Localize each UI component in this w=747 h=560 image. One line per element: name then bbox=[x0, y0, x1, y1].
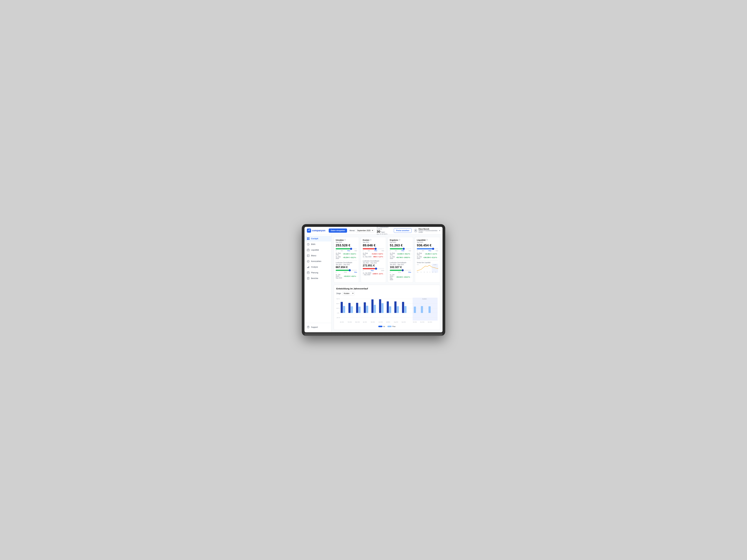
svg-rect-51 bbox=[371, 299, 374, 313]
svg-rect-44 bbox=[343, 306, 345, 313]
svg-text:250 T€: 250 T€ bbox=[336, 308, 340, 309]
svg-rect-7 bbox=[308, 239, 309, 240]
svg-rect-48 bbox=[358, 306, 361, 313]
umsaetze-ytd-value: 667.654 € bbox=[336, 266, 357, 269]
svg-rect-63 bbox=[429, 306, 431, 313]
header: companyon Daten einspielen Monat: Septem… bbox=[305, 227, 442, 235]
svg-rect-12 bbox=[307, 267, 308, 268]
liquiditaet-icon bbox=[307, 249, 310, 251]
svg-text:Sep: Sep bbox=[432, 272, 433, 272]
svg-rect-14 bbox=[309, 266, 309, 268]
daten-einspielen-button[interactable]: Daten einspielen bbox=[329, 229, 347, 233]
kpi-card-umsaetze: Umsätze ⓘ Sep 2021 253.528 € 0MinPlanMax bbox=[334, 237, 359, 283]
kosten-vs-aug: vs. Aug 2021 +5.016 € +5,9 % ↑ bbox=[363, 252, 384, 256]
bilanz-label: Bilanz bbox=[311, 255, 316, 257]
entwicklung-title: Entwicklung im Jahresverlauf bbox=[336, 287, 438, 290]
umsaetze-bar bbox=[336, 248, 357, 249]
svg-rect-61 bbox=[414, 306, 416, 313]
svg-rect-45 bbox=[349, 303, 351, 313]
kosten-title: Kosten ⓘ bbox=[363, 239, 384, 241]
svg-rect-4 bbox=[307, 237, 308, 239]
monat-select[interactable]: September 2020 bbox=[356, 229, 374, 232]
app-name: companyon bbox=[312, 229, 326, 232]
liquiditaet-label: Liquidität bbox=[311, 249, 319, 251]
laptop-base bbox=[305, 332, 442, 336]
umsaetze-info-icon[interactable]: ⓘ bbox=[344, 239, 346, 241]
sidebar-item-analyse[interactable]: Analyse bbox=[305, 264, 331, 270]
svg-text:Mär: Mär bbox=[424, 272, 425, 272]
svg-rect-9 bbox=[307, 249, 309, 251]
kpi-card-ergebnis: Ergebnis ⓘ Sep 2021 51.263 € 0MinPlanMax bbox=[388, 237, 413, 283]
svg-point-18 bbox=[308, 327, 308, 328]
ergebnis-title: Ergebnis ⓘ bbox=[390, 239, 411, 241]
sidebar-item-bilanz[interactable]: Bilanz bbox=[305, 253, 331, 259]
svg-text:750 T€: 750 T€ bbox=[336, 298, 340, 299]
umsaetze-bar-labels: 0MinPlanMax bbox=[336, 250, 357, 251]
sidebar-item-cockpit[interactable]: Cockpit bbox=[305, 236, 331, 241]
kosten-vs-sep: vs. Sep 2020 +865 € +1,0 % ↑ bbox=[363, 256, 384, 258]
chart-area: Ausblick 750 T€ 500 T€ 250 T€ 0 T€ bbox=[336, 298, 438, 324]
kosten-ytd-bar bbox=[363, 268, 384, 269]
support-icon bbox=[307, 326, 310, 328]
ergebnis-ytd-bar-labels: 02020Plan bbox=[390, 271, 411, 273]
svg-rect-10 bbox=[307, 255, 309, 257]
ergebnis-info-icon[interactable]: ⓘ bbox=[399, 239, 400, 241]
ergebnis-ytd-label: Laufendes Geschäftsjahr bbox=[390, 262, 411, 263]
entwicklung-card: Entwicklung im Jahresverlauf Zeige: Kost… bbox=[334, 285, 440, 330]
liquiditaet-bar bbox=[417, 248, 438, 249]
trial-tagen: Tagen bbox=[381, 231, 385, 233]
svg-text:0 T€: 0 T€ bbox=[337, 313, 339, 314]
sidebar-bottom: Support bbox=[305, 323, 331, 331]
user-info: Klaus Bassek Wagner Produktionsbetriebe … bbox=[419, 228, 438, 233]
umsaetze-ytd-period: Jan 2021 – Sep 2021 bbox=[336, 264, 357, 265]
liquiditaet-title: Liquidität ⓘ bbox=[417, 239, 438, 241]
user-company: Wagner Produktionsbetriebe GmbH bbox=[419, 230, 438, 233]
laptop-screen: companyon Daten einspielen Monat: Septem… bbox=[305, 227, 442, 332]
chevron-down-icon: ▾ bbox=[439, 230, 440, 232]
legend-plan-dot bbox=[387, 326, 392, 327]
svg-text:Mai: Mai bbox=[427, 272, 428, 272]
svg-rect-13 bbox=[308, 267, 308, 268]
svg-rect-57 bbox=[394, 301, 396, 313]
kosten-info-icon[interactable]: ⓘ bbox=[370, 239, 371, 241]
svg-text:Jul: Jul bbox=[429, 272, 430, 272]
svg-text:Jan 2021: Jan 2021 bbox=[340, 321, 344, 322]
preise-ansehen-button[interactable]: Preise ansehen bbox=[394, 228, 411, 233]
svg-rect-50 bbox=[366, 306, 368, 313]
ergebnis-vs-sep: vs. Sep 2020 +30.749 € +149,9 % ↑ bbox=[390, 256, 411, 259]
svg-text:März 2021: März 2021 bbox=[355, 321, 360, 322]
svg-rect-56 bbox=[389, 306, 391, 313]
planung-label: Planung bbox=[311, 271, 318, 274]
sidebar-item-support[interactable]: Support bbox=[305, 324, 331, 330]
sidebar-item-bwa[interactable]: BWA bbox=[305, 241, 331, 247]
liquiditaet-info-icon[interactable]: ⓘ bbox=[426, 239, 428, 241]
sidebar-item-kennzahlen[interactable]: Kennzahlen bbox=[305, 259, 331, 264]
logo-icon bbox=[307, 229, 311, 233]
user-name: Klaus Bassek bbox=[419, 228, 438, 230]
bwa-icon bbox=[307, 243, 310, 246]
sidebar-item-liquiditaet[interactable]: Liquidität bbox=[305, 247, 331, 253]
svg-point-1 bbox=[308, 230, 308, 231]
svg-text:Sep 2021: Sep 2021 bbox=[402, 321, 406, 323]
svg-text:Jan: Jan bbox=[420, 272, 421, 272]
user-menu[interactable]: Klaus Bassek Wagner Produktionsbetriebe … bbox=[414, 228, 440, 233]
sidebar-item-planung[interactable]: Planung bbox=[305, 270, 331, 275]
kpi-card-kosten: Kosten ⓘ Sep 2021 89.646 € 0MinPlanMax bbox=[361, 237, 386, 283]
ausblick-label: Ausblick bbox=[422, 298, 427, 299]
trial-label1: Ihr Probezeitraum endet in bbox=[377, 227, 391, 230]
svg-rect-46 bbox=[351, 306, 353, 313]
kpi-row: Umsätze ⓘ Sep 2021 253.528 € 0MinPlanMax bbox=[334, 237, 440, 283]
svg-rect-52 bbox=[374, 305, 376, 313]
ergebnis-value: 51.263 € bbox=[390, 243, 411, 247]
zeige-label: Zeige: bbox=[336, 292, 341, 294]
zeige-select[interactable]: Kosten Umsätze Ergebnis bbox=[342, 292, 355, 295]
sidebar-item-berichte[interactable]: Berichte bbox=[305, 275, 331, 281]
svg-rect-47 bbox=[356, 303, 358, 313]
umsaetze-value: 253.528 € bbox=[336, 243, 357, 247]
svg-text:Dez 2021: Dez 2021 bbox=[428, 321, 432, 322]
legend-plan-label: Plan bbox=[392, 325, 395, 327]
umsaetze-ytd-label: Laufendes Geschäftsjahr bbox=[336, 262, 357, 263]
liquiditaet-mini-chart: Ausblick 1 Mio 0€ Nov Jan Mär bbox=[417, 264, 438, 273]
kennzahlen-icon bbox=[307, 260, 310, 263]
bwa-label: BWA bbox=[311, 243, 315, 245]
